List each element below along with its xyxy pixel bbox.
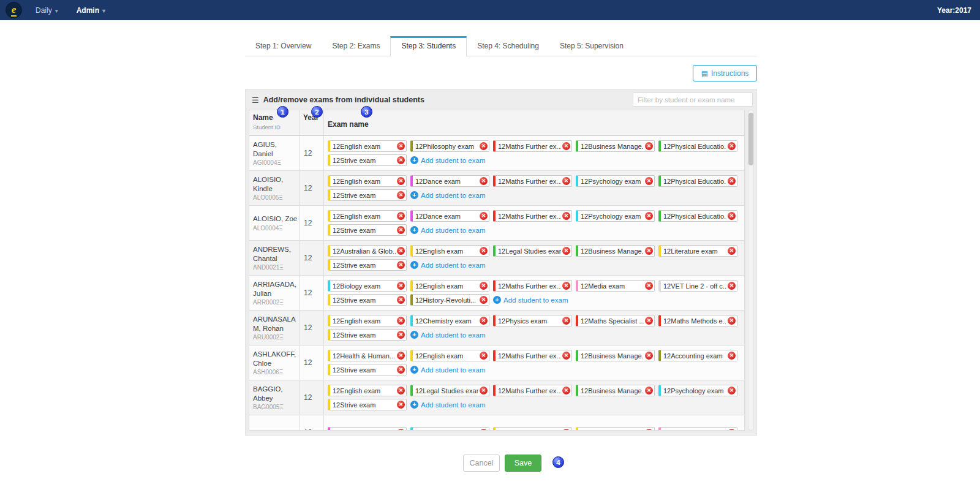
remove-exam-icon[interactable]: [397, 352, 405, 360]
exam-chip: 12English exam: [328, 385, 407, 396]
tab-step-1[interactable]: Step 1: Overview: [245, 37, 322, 56]
exam-chip-label: 12Biology exam: [333, 282, 396, 290]
plus-icon: [410, 401, 418, 409]
add-student-to-exam-link[interactable]: Add student to exam: [410, 329, 492, 341]
remove-exam-icon[interactable]: [562, 282, 570, 290]
exam-chip: 12Maths Further ex...: [493, 350, 572, 361]
remove-exam-icon[interactable]: [728, 212, 736, 220]
remove-exam-icon[interactable]: [480, 282, 488, 290]
exam-chip-label: 12Business Manage...: [581, 247, 644, 255]
remove-exam-icon[interactable]: [645, 142, 653, 150]
remove-exam-icon[interactable]: [480, 429, 488, 431]
remove-exam-icon[interactable]: [480, 177, 488, 185]
remove-exam-icon[interactable]: [728, 177, 736, 185]
save-button[interactable]: Save: [505, 455, 541, 472]
remove-exam-icon[interactable]: [397, 317, 405, 325]
remove-exam-icon[interactable]: [397, 156, 405, 164]
remove-exam-icon[interactable]: [645, 282, 653, 290]
remove-exam-icon[interactable]: [397, 177, 405, 185]
tab-step-5[interactable]: Step 5: Supervision: [549, 37, 634, 56]
tab-step-2[interactable]: Step 2: Exams: [322, 37, 390, 56]
remove-exam-icon[interactable]: [397, 282, 405, 290]
remove-exam-icon[interactable]: [480, 352, 488, 360]
remove-exam-icon[interactable]: [480, 212, 488, 220]
remove-exam-icon[interactable]: [480, 387, 488, 395]
tab-step-3[interactable]: Step 3: Students: [390, 36, 467, 56]
remove-exam-icon[interactable]: [397, 366, 405, 374]
remove-exam-icon[interactable]: [480, 142, 488, 150]
remove-exam-icon[interactable]: [728, 247, 736, 255]
vertical-scrollbar[interactable]: [748, 110, 754, 431]
remove-exam-icon[interactable]: [397, 212, 405, 220]
remove-exam-icon[interactable]: [397, 142, 405, 150]
remove-exam-icon[interactable]: [645, 317, 653, 325]
exam-chip-label: 12Philosophy exam: [415, 143, 478, 150]
remove-exam-icon[interactable]: [728, 387, 736, 395]
exam-chip: 12Business Manage...: [576, 245, 655, 257]
exam-chip: 12Philosophy exam: [410, 140, 489, 152]
remove-exam-icon[interactable]: [480, 247, 488, 255]
student-name-cell: ANDREWS, ChantalAND0021Ξ: [249, 241, 300, 275]
student-name-cell: ASHLAKOFF, ChloeASH0006Ξ: [249, 345, 300, 380]
remove-exam-icon[interactable]: [645, 429, 653, 431]
exam-chip-label: 12Business Manage...: [581, 387, 644, 395]
app-logo[interactable]: e: [6, 2, 22, 18]
remove-exam-icon[interactable]: [562, 352, 570, 360]
student-year: 12: [300, 136, 324, 170]
add-student-to-exam-link[interactable]: Add student to exam: [410, 189, 492, 201]
remove-exam-icon[interactable]: [397, 247, 405, 255]
remove-exam-icon[interactable]: [397, 191, 405, 199]
add-link-label: Add student to exam: [421, 366, 485, 374]
remove-exam-icon[interactable]: [562, 212, 570, 220]
filter-input[interactable]: [633, 92, 753, 107]
add-student-to-exam-link[interactable]: Add student to exam: [410, 154, 492, 166]
student-name-cell: ARUNASALAM, RohanARU0002Ξ: [249, 311, 300, 345]
remove-exam-icon[interactable]: [562, 177, 570, 185]
student-name-cell: AGIUS, DanielAGI0004Ξ: [249, 136, 300, 170]
remove-exam-icon[interactable]: [645, 212, 653, 220]
top-navbar: e Daily Admin Year:2017: [0, 0, 980, 20]
instructions-button[interactable]: Instructions: [693, 65, 757, 81]
menu-admin[interactable]: Admin: [77, 6, 105, 15]
remove-exam-icon[interactable]: [480, 296, 488, 304]
remove-exam-icon[interactable]: [728, 282, 736, 290]
plus-icon: [410, 331, 418, 339]
remove-exam-icon[interactable]: [562, 142, 570, 150]
student-row: ASHLAKOFF, ChloeASH0006Ξ1212Health & Hum…: [249, 345, 744, 380]
menu-daily[interactable]: Daily: [36, 6, 58, 15]
student-name: ARUNASALAM, Rohan: [253, 315, 298, 333]
remove-exam-icon[interactable]: [645, 387, 653, 395]
remove-exam-icon[interactable]: [397, 401, 405, 409]
remove-exam-icon[interactable]: [562, 317, 570, 325]
cancel-button[interactable]: Cancel: [463, 455, 500, 472]
student-id: ARR0002Ξ: [253, 299, 298, 306]
remove-exam-icon[interactable]: [480, 317, 488, 325]
remove-exam-icon[interactable]: [397, 331, 405, 339]
scrollbar-thumb[interactable]: [748, 113, 753, 165]
remove-exam-icon[interactable]: [562, 387, 570, 395]
remove-exam-icon[interactable]: [728, 317, 736, 325]
remove-exam-icon[interactable]: [397, 429, 405, 431]
add-student-to-exam-link[interactable]: Add student to exam: [493, 294, 575, 306]
remove-exam-icon[interactable]: [397, 296, 405, 304]
tab-step-4[interactable]: Step 4: Scheduling: [467, 37, 549, 56]
exam-chip: 12VET Line 2 - off c...: [658, 280, 737, 292]
remove-exam-icon[interactable]: [645, 352, 653, 360]
remove-exam-icon[interactable]: [397, 226, 405, 234]
add-student-to-exam-link[interactable]: Add student to exam: [410, 399, 492, 410]
remove-exam-icon[interactable]: [728, 429, 736, 431]
remove-exam-icon[interactable]: [397, 387, 405, 395]
remove-exam-icon[interactable]: [397, 261, 405, 269]
remove-exam-icon[interactable]: [728, 142, 736, 150]
remove-exam-icon[interactable]: [562, 247, 570, 255]
add-student-to-exam-link[interactable]: Add student to exam: [410, 364, 492, 376]
add-student-to-exam-link[interactable]: Add student to exam: [410, 259, 492, 271]
plus-icon: [410, 261, 418, 269]
plus-icon: [410, 366, 418, 374]
remove-exam-icon[interactable]: [562, 429, 570, 431]
student-row: ALOISIO, ZoeALO0004Ξ1212English exam12Da…: [249, 206, 744, 241]
remove-exam-icon[interactable]: [728, 352, 736, 360]
remove-exam-icon[interactable]: [645, 177, 653, 185]
remove-exam-icon[interactable]: [645, 247, 653, 255]
add-student-to-exam-link[interactable]: Add student to exam: [410, 224, 492, 236]
